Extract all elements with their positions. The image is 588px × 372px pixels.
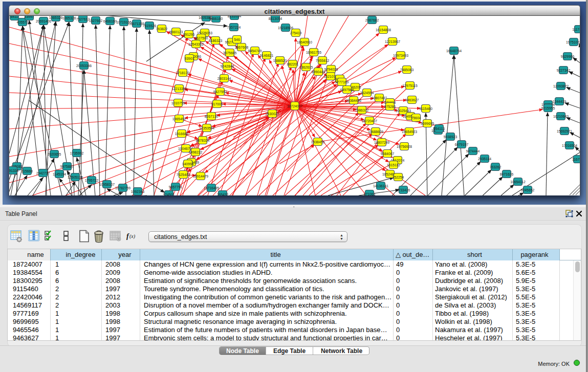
svg-text:15716485: 15716485 [204, 186, 219, 190]
svg-text:6497568: 6497568 [340, 88, 354, 92]
svg-text:9146821: 9146821 [260, 54, 274, 57]
svg-text:16671355: 16671355 [129, 22, 144, 26]
svg-text:15720407: 15720407 [362, 119, 377, 123]
svg-text:8186323: 8186323 [209, 39, 223, 42]
svg-text:17016504: 17016504 [562, 144, 577, 147]
svg-text:2867608: 2867608 [235, 46, 249, 49]
svg-text:763822: 763822 [156, 27, 168, 31]
svg-text:1010755: 1010755 [171, 101, 185, 105]
svg-text:16154808: 16154808 [376, 28, 391, 32]
svg-text:954113: 954113 [433, 127, 445, 130]
svg-text:75604: 75604 [411, 116, 421, 120]
svg-text:9245652: 9245652 [521, 188, 535, 192]
svg-text:4498222: 4498222 [189, 150, 203, 154]
svg-text:1092346: 1092346 [131, 190, 145, 193]
svg-text:9329966: 9329966 [561, 55, 575, 58]
svg-text:18640910: 18640910 [297, 40, 312, 44]
svg-text:16914479: 16914479 [193, 174, 208, 178]
svg-text:9227342: 9227342 [557, 69, 571, 72]
svg-text:14136141: 14136141 [373, 184, 388, 188]
svg-text:1588520: 1588520 [273, 59, 287, 62]
svg-text:8660123: 8660123 [169, 30, 183, 34]
svg-text:16782759: 16782759 [115, 186, 130, 190]
svg-text:9699695: 9699695 [421, 122, 434, 125]
svg-text:9777169: 9777169 [335, 80, 349, 84]
svg-text:16210643: 16210643 [553, 115, 569, 118]
svg-text:6466160: 6466160 [103, 19, 117, 23]
svg-text:3675685: 3675685 [223, 51, 237, 55]
svg-text:16648764: 16648764 [446, 49, 462, 53]
svg-text:(x): (x) [129, 233, 136, 239]
svg-text:12213369: 12213369 [171, 87, 187, 91]
svg-text:8411: 8411 [11, 16, 18, 18]
svg-text:10688609: 10688609 [368, 130, 383, 134]
svg-text:975286: 975286 [384, 105, 396, 108]
svg-text:19751074: 19751074 [566, 40, 580, 44]
svg-text:1362615: 1362615 [299, 65, 313, 69]
svg-text:9527500: 9527500 [194, 36, 208, 40]
svg-text:7485063: 7485063 [400, 68, 414, 72]
svg-text:8471626: 8471626 [500, 172, 514, 176]
svg-text:2087682: 2087682 [365, 18, 379, 22]
svg-text:2803144: 2803144 [217, 77, 231, 80]
svg-text:7357224: 7357224 [227, 26, 241, 29]
svg-text:12353594: 12353594 [199, 126, 214, 130]
svg-text:9684067: 9684067 [381, 152, 395, 156]
svg-text:1965492: 1965492 [172, 117, 186, 121]
svg-text:9474444: 9474444 [466, 149, 480, 153]
svg-text:1527602: 1527602 [89, 19, 103, 23]
svg-text:275419: 275419 [290, 31, 302, 35]
svg-text:2942737: 2942737 [36, 171, 50, 175]
svg-text:8427552: 8427552 [213, 90, 227, 94]
svg-text:1145194: 1145194 [53, 172, 66, 176]
svg-text:12505135: 12505135 [68, 176, 83, 179]
svg-text:20364436: 20364436 [346, 99, 361, 102]
svg-text:8878334: 8878334 [196, 139, 210, 142]
svg-text:2020655: 2020655 [48, 152, 61, 156]
svg-text:7527612: 7527612 [76, 17, 90, 21]
svg-text:405572: 405572 [17, 20, 29, 24]
svg-text:23997: 23997 [25, 16, 34, 18]
svg-text:2718170: 2718170 [176, 71, 190, 75]
svg-text:882201: 882201 [287, 62, 299, 66]
svg-text:18807249: 18807249 [374, 141, 389, 144]
svg-text:12975115: 12975115 [402, 84, 418, 87]
svg-text:7986372: 7986372 [355, 108, 369, 112]
svg-text:9975887: 9975887 [60, 165, 74, 168]
svg-text:7955812: 7955812 [316, 59, 330, 62]
svg-text:1916682: 1916682 [175, 132, 189, 136]
svg-text:115668: 115668 [21, 169, 33, 173]
svg-text:1065328: 1065328 [62, 16, 76, 20]
svg-text:391334: 391334 [9, 169, 19, 172]
svg-text:891295: 891295 [183, 33, 195, 36]
svg-text:19218506: 19218506 [278, 26, 293, 30]
svg-text:1938455: 1938455 [311, 140, 325, 144]
svg-text:924501: 924501 [163, 193, 175, 196]
svg-text:8813054: 8813054 [269, 17, 282, 20]
svg-text:10973493: 10973493 [393, 54, 408, 57]
svg-text:546: 546 [234, 38, 240, 41]
svg-text:9466160: 9466160 [209, 17, 223, 20]
svg-text:93901: 93901 [185, 57, 194, 60]
svg-text:917006: 917006 [211, 102, 223, 106]
svg-text:2935114: 2935114 [478, 157, 491, 161]
svg-text:8215955: 8215955 [541, 106, 555, 110]
svg-text:19654923: 19654923 [402, 130, 417, 134]
svg-text:116753: 116753 [572, 158, 580, 161]
svg-text:10807487: 10807487 [372, 96, 387, 100]
svg-text:1795722: 1795722 [85, 179, 99, 182]
svg-text:9242848: 9242848 [221, 64, 234, 68]
svg-text:9794028: 9794028 [324, 68, 338, 71]
svg-text:8990448: 8990448 [312, 70, 325, 74]
svg-text:8131054: 8131054 [228, 16, 242, 18]
svg-text:5938923: 5938923 [444, 135, 458, 139]
svg-text:9657791: 9657791 [169, 185, 183, 189]
svg-text:1733426: 1733426 [397, 188, 410, 192]
svg-text:3624554: 3624554 [360, 91, 374, 95]
svg-text:10958107: 10958107 [99, 183, 115, 186]
svg-text:12093872: 12093872 [553, 84, 569, 88]
svg-text:10654112: 10654112 [510, 180, 526, 184]
svg-text:18724007: 18724007 [287, 104, 302, 108]
svg-text:15692971: 15692971 [557, 129, 572, 133]
svg-text:763262: 763262 [490, 165, 502, 169]
